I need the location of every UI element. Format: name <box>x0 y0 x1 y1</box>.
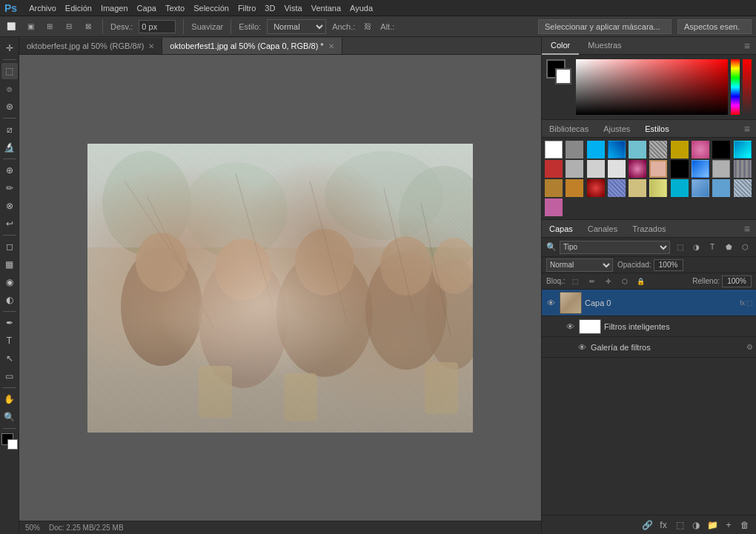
estilo-24[interactable] <box>608 179 626 197</box>
lock-image-btn[interactable]: ✏ <box>586 276 598 287</box>
zoom-tool[interactable]: 🔍 <box>1 409 18 425</box>
menu-edicion[interactable]: Edición <box>65 4 92 13</box>
layer-galeria-filtros[interactable]: 👁 Galería de filtros ⚙ <box>542 337 756 358</box>
lock-position-btn[interactable]: ✛ <box>603 276 614 287</box>
lock-all-btn[interactable]: 🔒 <box>635 276 647 287</box>
delete-layer-btn[interactable]: 🗑 <box>738 518 752 532</box>
estilos-panel-menu[interactable]: ≡ <box>738 123 756 135</box>
seleccionar-mascara-btn[interactable]: Seleccionar y aplicar máscara... <box>538 19 672 34</box>
estilo-14[interactable] <box>608 160 626 178</box>
aspectos-btn[interactable]: Aspectos esen. <box>677 19 752 34</box>
text-tool[interactable]: T <box>1 333 18 349</box>
estilo-13[interactable] <box>587 160 605 178</box>
layer-galeria-visibility[interactable]: 👁 <box>576 341 588 353</box>
estilo-23[interactable] <box>587 179 605 197</box>
menu-texto[interactable]: Texto <box>165 4 185 13</box>
lock-artboard-btn[interactable]: ⬡ <box>619 276 631 287</box>
tab-2[interactable]: oktoberfest1.jpg al 50% (Capa 0, RGB/8) … <box>162 38 342 54</box>
estilo-select[interactable]: Normal <box>267 19 326 34</box>
tab-2-close[interactable]: ✕ <box>328 42 334 50</box>
menu-vista[interactable]: Vista <box>284 4 302 13</box>
spot-heal-tool[interactable]: ⊕ <box>1 162 18 178</box>
dodge-tool[interactable]: ◐ <box>1 292 18 308</box>
filter-pixel-icon[interactable]: ⬚ <box>673 241 686 254</box>
layer-galeria-settings[interactable]: ⚙ <box>746 343 753 351</box>
tab-canales[interactable]: Canales <box>580 220 625 238</box>
pen-tool[interactable]: ✒ <box>1 315 18 331</box>
shape-tool[interactable]: ▭ <box>1 368 18 384</box>
estilo-11[interactable] <box>545 160 563 178</box>
menu-ayuda[interactable]: Ayuda <box>350 4 373 13</box>
lasso-tool[interactable]: ⌾ <box>1 81 18 97</box>
tab-trazados[interactable]: Trazados <box>625 220 673 238</box>
hue-slider[interactable] <box>731 59 740 115</box>
bg-color[interactable] <box>7 439 18 450</box>
estilo-30[interactable] <box>734 179 752 197</box>
background-color[interactable] <box>555 68 571 84</box>
hand-tool[interactable]: ✋ <box>1 391 18 407</box>
estilo-2[interactable] <box>566 141 583 158</box>
link-layers-btn[interactable]: 🔗 <box>640 518 654 532</box>
estilo-15[interactable] <box>629 160 646 178</box>
tab-1[interactable]: oktoberfest.jpg al 50% (RGB/8#) ✕ <box>19 38 162 54</box>
layer-filtros-inteligentes[interactable]: 👁 Filtros inteligentes <box>542 316 756 337</box>
estilo-7[interactable] <box>671 141 689 158</box>
layer-filtros-visibility[interactable]: 👁 <box>564 321 576 333</box>
gradient-tool[interactable]: ▦ <box>1 256 18 273</box>
filter-adjust-icon[interactable]: ◑ <box>689 241 703 254</box>
estilo-25[interactable] <box>629 179 646 197</box>
estilo-19[interactable] <box>712 160 730 178</box>
relleno-input[interactable] <box>722 276 752 287</box>
tab-1-close[interactable]: ✕ <box>148 42 154 50</box>
menu-filtro[interactable]: Filtro <box>238 4 256 13</box>
estilo-21[interactable] <box>545 179 563 197</box>
capas-filter-select[interactable]: Tipo <box>560 241 670 254</box>
lock-transparent-btn[interactable]: ⬚ <box>570 276 582 287</box>
add-layer-btn[interactable]: + <box>722 518 735 532</box>
path-select-tool[interactable]: ↖ <box>1 350 18 367</box>
eyedropper-tool[interactable]: 🔬 <box>1 139 18 156</box>
alpha-slider[interactable] <box>743 59 752 115</box>
fg-bg-color-selector[interactable] <box>546 59 571 84</box>
estilo-20[interactable] <box>734 160 752 178</box>
estilo-28[interactable] <box>692 179 709 197</box>
tab-muestras[interactable]: Muestras <box>579 37 630 55</box>
estilo-8[interactable] <box>692 141 709 158</box>
crop-tool[interactable]: ⧄ <box>1 121 18 138</box>
add-mask-btn[interactable]: ⬚ <box>673 518 686 532</box>
add-group-btn[interactable]: 📁 <box>706 518 719 532</box>
tab-color[interactable]: Color <box>542 37 579 55</box>
menu-3d[interactable]: 3D <box>265 4 275 13</box>
estilo-29[interactable] <box>712 179 730 197</box>
opacity-input[interactable] <box>654 259 683 271</box>
estilo-3[interactable] <box>587 141 605 158</box>
desv-input[interactable] <box>139 20 176 33</box>
fg-bg-color[interactable] <box>1 433 18 450</box>
estilo-9[interactable] <box>712 141 730 158</box>
layer-effects-btn[interactable]: fx <box>657 518 670 532</box>
filter-text-icon[interactable]: T <box>706 241 719 254</box>
estilo-6[interactable] <box>649 141 667 158</box>
brush-tool[interactable]: ✏ <box>1 180 18 196</box>
clone-tool[interactable]: ⊗ <box>1 198 18 214</box>
estilo-1[interactable] <box>545 141 563 158</box>
estilo-5[interactable] <box>629 141 646 158</box>
blend-mode-select[interactable]: Normal <box>546 258 613 272</box>
menu-imagen[interactable]: Imagen <box>101 4 128 13</box>
color-panel-menu[interactable]: ≡ <box>738 40 756 52</box>
estilo-27[interactable] <box>671 179 689 197</box>
estilo-18[interactable] <box>692 160 709 178</box>
menu-archivo[interactable]: Archivo <box>29 4 56 13</box>
estilo-4[interactable] <box>608 141 626 158</box>
menu-seleccion[interactable]: Selección <box>193 4 229 13</box>
color-gradient-field[interactable] <box>576 59 728 115</box>
blur-tool[interactable]: ◉ <box>1 274 18 290</box>
move-tool[interactable]: ✛ <box>1 40 18 56</box>
quick-select-tool[interactable]: ⊛ <box>1 99 18 115</box>
estilo-26[interactable] <box>649 179 667 197</box>
menu-ventana[interactable]: Ventana <box>311 4 341 13</box>
filter-shape-icon[interactable]: ⬟ <box>722 241 735 254</box>
estilo-10[interactable] <box>734 141 752 158</box>
eraser-tool[interactable]: ◻ <box>1 238 18 255</box>
estilo-17[interactable] <box>671 160 689 178</box>
